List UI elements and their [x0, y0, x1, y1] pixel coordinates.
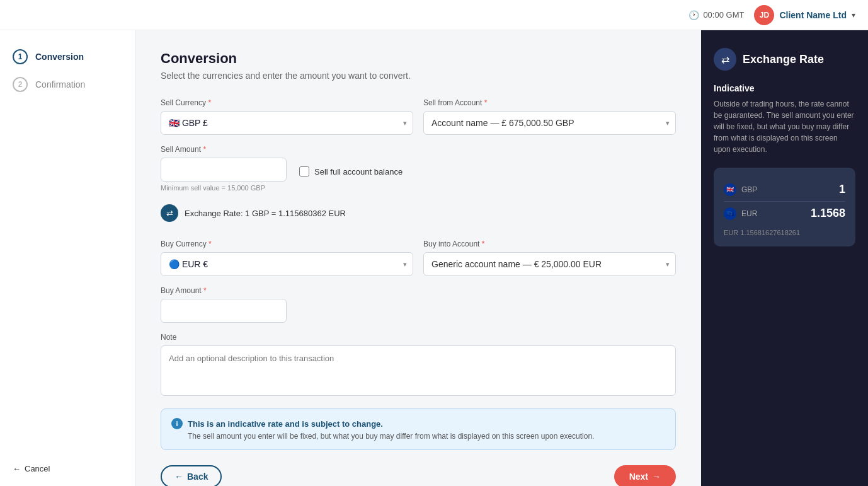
sell-account-select-wrapper: Account name — £ 675,000.50 GBP ▾ [423, 111, 676, 135]
clock-icon: 🕐 [688, 10, 699, 20]
sell-full-balance-checkbox[interactable] [299, 166, 309, 176]
panel-header: ⇄ Exchange Rate [714, 48, 855, 71]
info-banner-text: The sell amount you enter will be fixed,… [188, 432, 665, 441]
eur-value: 1.1568 [811, 207, 845, 220]
gbp-value: 1 [839, 183, 845, 196]
top-header: 🕐 00:00 GMT JD Client Name Ltd ▾ [0, 0, 868, 30]
sell-amount-input[interactable]: 100,000.00 [161, 158, 287, 182]
step-2-item[interactable]: 2 Confirmation [13, 71, 122, 98]
buy-amount-input[interactable]: 115,680.00 [161, 299, 287, 323]
sell-account-group: Sell from Account * Account name — £ 675… [423, 98, 676, 135]
next-button[interactable]: Next → [614, 465, 676, 486]
sidebar: 1 Conversion 2 Confirmation ← Cancel [0, 30, 135, 486]
sell-currency-group: Sell Currency * 🇬🇧 GBP £ ▾ [161, 98, 413, 135]
step-1-number: 1 [13, 49, 28, 64]
exchange-rate-icon: ⇄ [714, 48, 736, 71]
sell-amount-group: Sell Amount * 100,000.00 [161, 145, 287, 182]
eur-code: EUR [741, 209, 757, 218]
exchange-rate-line: ⇄ Exchange Rate: 1 GBP = 1.115680362 EUR [161, 202, 676, 224]
note-label: Note [161, 333, 676, 342]
buy-currency-select[interactable]: 🔵 EUR € [161, 252, 413, 276]
client-name: Client Name Ltd [779, 10, 847, 20]
chevron-down-icon: ▾ [852, 11, 855, 20]
arrow-left-icon: ← [174, 472, 183, 482]
sell-currency-row: Sell Currency * 🇬🇧 GBP £ ▾ Sell from Acc… [161, 98, 676, 135]
sell-amount-label: Sell Amount * [161, 145, 287, 154]
step-1-item[interactable]: 1 Conversion [13, 43, 122, 71]
panel-subtitle: Indicative [714, 83, 855, 93]
main-layout: 1 Conversion 2 Confirmation ← Cancel Con… [0, 30, 868, 486]
action-row: ← Back Next → [161, 465, 676, 486]
buy-account-group: Buy into Account * Generic account name … [423, 240, 676, 276]
page-subtitle: Select the currencies and enter the amou… [161, 71, 676, 81]
sell-currency-select-wrapper: 🇬🇧 GBP £ ▾ [161, 111, 413, 135]
step-1-label: Conversion [35, 52, 84, 62]
sell-currency-label: Sell Currency * [161, 98, 413, 107]
buy-account-select-wrapper: Generic account name — € 25,000.00 EUR ▾ [423, 252, 676, 276]
buy-amount-group: Buy Amount * 115,680.00 [161, 286, 287, 323]
eur-rate-row: 🇪🇺 EUR 1.1568 [724, 202, 845, 225]
sell-currency-select[interactable]: 🇬🇧 GBP £ [161, 111, 413, 135]
buy-currency-select-wrapper: 🔵 EUR € ▾ [161, 252, 413, 276]
arrow-right-icon: → [652, 472, 661, 482]
sell-account-label: Sell from Account * [423, 98, 676, 107]
arrow-left-icon: ← [13, 464, 21, 473]
info-icon: i [171, 418, 183, 429]
info-banner-title: i This is an indicative rate and is subj… [171, 418, 665, 429]
page-title: Conversion [161, 50, 676, 67]
sell-amount-row: Sell Amount * 100,000.00 Sell full accou… [161, 145, 676, 182]
cancel-button[interactable]: ← Cancel [0, 464, 135, 473]
step-2-label: Confirmation [35, 79, 85, 90]
sell-full-balance-label: Sell full account balance [314, 167, 403, 176]
avatar: JD [754, 5, 774, 25]
rate-precise: EUR 1.15681627618261 [724, 229, 845, 236]
gbp-flag-icon: 🇬🇧 [724, 183, 736, 196]
rate-card: 🇬🇧 GBP 1 🇪🇺 EUR 1.1568 EUR 1.15681627618… [714, 168, 855, 246]
note-input[interactable] [161, 345, 676, 396]
sell-full-balance-wrapper: Sell full account balance [299, 159, 403, 176]
sidebar-steps: 1 Conversion 2 Confirmation [0, 43, 135, 98]
gbp-code: GBP [741, 185, 757, 194]
gbp-rate-row: 🇬🇧 GBP 1 [724, 178, 845, 202]
buy-currency-row: Buy Currency * 🔵 EUR € ▾ Buy into Accoun… [161, 240, 676, 276]
panel-description: Outside of trading hours, the rate canno… [714, 98, 855, 155]
min-value-hint: Minimum sell value = 15,000 GBP [161, 184, 676, 192]
content-area: Conversion Select the currencies and ent… [135, 30, 701, 486]
note-group: Note [161, 333, 676, 396]
back-button[interactable]: ← Back [161, 465, 222, 486]
buy-amount-row: Buy Amount * 115,680.00 [161, 286, 676, 323]
step-2-number: 2 [13, 77, 28, 92]
exchange-rate-text: Exchange Rate: 1 GBP = 1.115680362 EUR [185, 209, 346, 218]
buy-account-label: Buy into Account * [423, 240, 676, 248]
cancel-label: Cancel [25, 464, 50, 473]
buy-amount-label: Buy Amount * [161, 286, 287, 295]
right-panel: ⇄ Exchange Rate Indicative Outside of tr… [701, 30, 868, 486]
sell-account-select[interactable]: Account name — £ 675,000.50 GBP [423, 111, 676, 135]
eur-flag-icon: 🇪🇺 [724, 207, 736, 220]
time-value: 00:00 GMT [703, 10, 744, 20]
buy-account-select[interactable]: Generic account name — € 25,000.00 EUR [423, 252, 676, 276]
time-display: 🕐 00:00 GMT [688, 10, 744, 20]
buy-currency-label: Buy Currency * [161, 240, 413, 248]
user-area[interactable]: JD Client Name Ltd ▾ [754, 5, 855, 25]
info-banner: i This is an indicative rate and is subj… [161, 408, 676, 450]
exchange-icon: ⇄ [161, 204, 178, 222]
buy-currency-group: Buy Currency * 🔵 EUR € ▾ [161, 240, 413, 276]
panel-title: Exchange Rate [743, 53, 824, 66]
